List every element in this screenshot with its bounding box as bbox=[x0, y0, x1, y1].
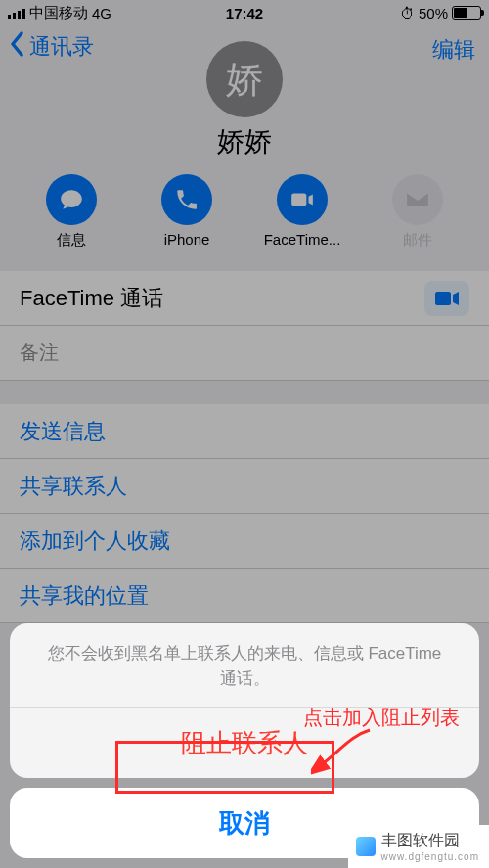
action-sheet: 您不会收到黑名单上联系人的来电、信息或 FaceTime 通话。 阻止联系人 取… bbox=[10, 623, 479, 858]
screen: 中国移动 4G 17:42 ⏱ 50% 通讯录 编辑 娇 娇娇 信息 bbox=[0, 0, 489, 868]
watermark-logo-icon bbox=[356, 837, 376, 856]
watermark-url: www.dgfengtu.com bbox=[381, 851, 480, 862]
watermark-text: 丰图软件园 www.dgfengtu.com bbox=[381, 831, 480, 862]
annotation-label: 点击加入阻止列表 bbox=[303, 705, 460, 731]
watermark: 丰图软件园 www.dgfengtu.com bbox=[348, 825, 490, 868]
watermark-title: 丰图软件园 bbox=[381, 831, 480, 851]
sheet-group: 您不会收到黑名单上联系人的来电、信息或 FaceTime 通话。 阻止联系人 bbox=[10, 623, 479, 778]
sheet-message: 您不会收到黑名单上联系人的来电、信息或 FaceTime 通话。 bbox=[10, 623, 479, 708]
